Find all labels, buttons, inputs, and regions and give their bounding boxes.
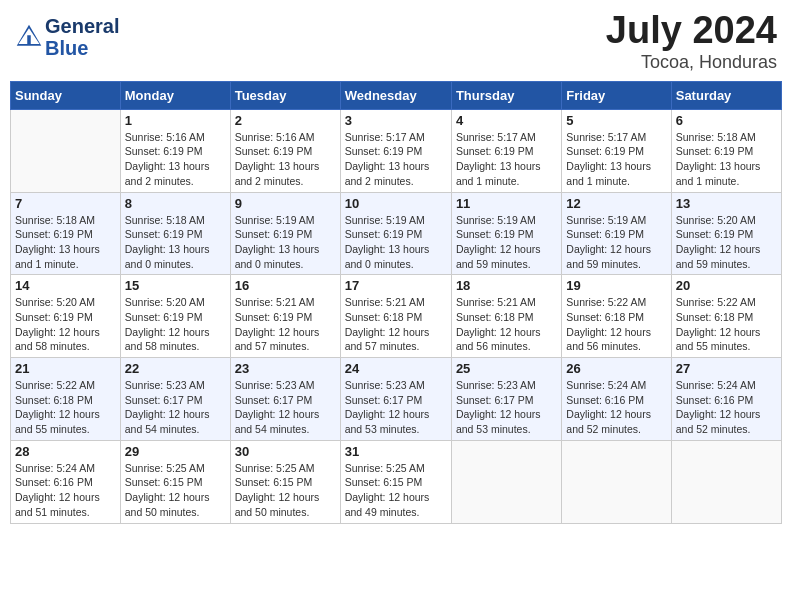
day-number: 15 <box>125 278 226 293</box>
calendar-cell: 8Sunrise: 5:18 AM Sunset: 6:19 PM Daylig… <box>120 192 230 275</box>
weekday-header: Saturday <box>671 81 781 109</box>
day-number: 10 <box>345 196 447 211</box>
day-info: Sunrise: 5:23 AM Sunset: 6:17 PM Dayligh… <box>456 378 557 437</box>
day-number: 22 <box>125 361 226 376</box>
day-info: Sunrise: 5:21 AM Sunset: 6:18 PM Dayligh… <box>345 295 447 354</box>
calendar-cell: 11Sunrise: 5:19 AM Sunset: 6:19 PM Dayli… <box>451 192 561 275</box>
calendar-week-row: 7Sunrise: 5:18 AM Sunset: 6:19 PM Daylig… <box>11 192 782 275</box>
day-number: 6 <box>676 113 777 128</box>
day-number: 13 <box>676 196 777 211</box>
day-info: Sunrise: 5:23 AM Sunset: 6:17 PM Dayligh… <box>125 378 226 437</box>
day-info: Sunrise: 5:17 AM Sunset: 6:19 PM Dayligh… <box>345 130 447 189</box>
calendar-cell: 18Sunrise: 5:21 AM Sunset: 6:18 PM Dayli… <box>451 275 561 358</box>
day-number: 3 <box>345 113 447 128</box>
calendar-cell: 31Sunrise: 5:25 AM Sunset: 6:15 PM Dayli… <box>340 440 451 523</box>
day-number: 8 <box>125 196 226 211</box>
calendar-week-row: 14Sunrise: 5:20 AM Sunset: 6:19 PM Dayli… <box>11 275 782 358</box>
day-number: 19 <box>566 278 666 293</box>
day-info: Sunrise: 5:18 AM Sunset: 6:19 PM Dayligh… <box>676 130 777 189</box>
day-number: 1 <box>125 113 226 128</box>
day-number: 29 <box>125 444 226 459</box>
calendar-cell <box>671 440 781 523</box>
calendar-cell: 9Sunrise: 5:19 AM Sunset: 6:19 PM Daylig… <box>230 192 340 275</box>
day-info: Sunrise: 5:20 AM Sunset: 6:19 PM Dayligh… <box>676 213 777 272</box>
weekday-header: Sunday <box>11 81 121 109</box>
calendar-cell: 16Sunrise: 5:21 AM Sunset: 6:19 PM Dayli… <box>230 275 340 358</box>
day-info: Sunrise: 5:23 AM Sunset: 6:17 PM Dayligh… <box>345 378 447 437</box>
day-info: Sunrise: 5:24 AM Sunset: 6:16 PM Dayligh… <box>566 378 666 437</box>
day-number: 5 <box>566 113 666 128</box>
day-info: Sunrise: 5:22 AM Sunset: 6:18 PM Dayligh… <box>15 378 116 437</box>
day-info: Sunrise: 5:20 AM Sunset: 6:19 PM Dayligh… <box>15 295 116 354</box>
weekday-header: Thursday <box>451 81 561 109</box>
day-info: Sunrise: 5:25 AM Sunset: 6:15 PM Dayligh… <box>345 461 447 520</box>
weekday-header-row: SundayMondayTuesdayWednesdayThursdayFrid… <box>11 81 782 109</box>
day-number: 31 <box>345 444 447 459</box>
day-info: Sunrise: 5:19 AM Sunset: 6:19 PM Dayligh… <box>566 213 666 272</box>
calendar-cell: 5Sunrise: 5:17 AM Sunset: 6:19 PM Daylig… <box>562 109 671 192</box>
day-number: 4 <box>456 113 557 128</box>
day-number: 24 <box>345 361 447 376</box>
day-info: Sunrise: 5:19 AM Sunset: 6:19 PM Dayligh… <box>235 213 336 272</box>
calendar-week-row: 21Sunrise: 5:22 AM Sunset: 6:18 PM Dayli… <box>11 358 782 441</box>
calendar-cell: 29Sunrise: 5:25 AM Sunset: 6:15 PM Dayli… <box>120 440 230 523</box>
day-number: 14 <box>15 278 116 293</box>
calendar-cell: 10Sunrise: 5:19 AM Sunset: 6:19 PM Dayli… <box>340 192 451 275</box>
day-info: Sunrise: 5:24 AM Sunset: 6:16 PM Dayligh… <box>676 378 777 437</box>
calendar-table: SundayMondayTuesdayWednesdayThursdayFrid… <box>10 81 782 524</box>
day-number: 2 <box>235 113 336 128</box>
day-number: 28 <box>15 444 116 459</box>
calendar-cell <box>562 440 671 523</box>
calendar-cell: 25Sunrise: 5:23 AM Sunset: 6:17 PM Dayli… <box>451 358 561 441</box>
calendar-cell: 21Sunrise: 5:22 AM Sunset: 6:18 PM Dayli… <box>11 358 121 441</box>
calendar-cell: 19Sunrise: 5:22 AM Sunset: 6:18 PM Dayli… <box>562 275 671 358</box>
calendar-cell <box>451 440 561 523</box>
day-info: Sunrise: 5:25 AM Sunset: 6:15 PM Dayligh… <box>125 461 226 520</box>
day-number: 30 <box>235 444 336 459</box>
weekday-header: Wednesday <box>340 81 451 109</box>
day-number: 27 <box>676 361 777 376</box>
day-info: Sunrise: 5:21 AM Sunset: 6:19 PM Dayligh… <box>235 295 336 354</box>
day-info: Sunrise: 5:17 AM Sunset: 6:19 PM Dayligh… <box>456 130 557 189</box>
day-number: 17 <box>345 278 447 293</box>
location-subtitle: Tocoa, Honduras <box>606 52 777 73</box>
logo-general: General <box>45 15 119 37</box>
calendar-cell: 24Sunrise: 5:23 AM Sunset: 6:17 PM Dayli… <box>340 358 451 441</box>
weekday-header: Friday <box>562 81 671 109</box>
weekday-header: Tuesday <box>230 81 340 109</box>
day-info: Sunrise: 5:18 AM Sunset: 6:19 PM Dayligh… <box>125 213 226 272</box>
day-info: Sunrise: 5:22 AM Sunset: 6:18 PM Dayligh… <box>676 295 777 354</box>
page-header: General Blue July 2024 Tocoa, Honduras <box>10 10 782 73</box>
day-info: Sunrise: 5:18 AM Sunset: 6:19 PM Dayligh… <box>15 213 116 272</box>
day-info: Sunrise: 5:16 AM Sunset: 6:19 PM Dayligh… <box>235 130 336 189</box>
calendar-cell: 7Sunrise: 5:18 AM Sunset: 6:19 PM Daylig… <box>11 192 121 275</box>
day-info: Sunrise: 5:19 AM Sunset: 6:19 PM Dayligh… <box>456 213 557 272</box>
day-number: 25 <box>456 361 557 376</box>
logo-blue: Blue <box>45 37 119 59</box>
calendar-cell: 14Sunrise: 5:20 AM Sunset: 6:19 PM Dayli… <box>11 275 121 358</box>
day-number: 7 <box>15 196 116 211</box>
day-info: Sunrise: 5:16 AM Sunset: 6:19 PM Dayligh… <box>125 130 226 189</box>
day-number: 23 <box>235 361 336 376</box>
calendar-week-row: 1Sunrise: 5:16 AM Sunset: 6:19 PM Daylig… <box>11 109 782 192</box>
day-info: Sunrise: 5:21 AM Sunset: 6:18 PM Dayligh… <box>456 295 557 354</box>
day-number: 11 <box>456 196 557 211</box>
day-info: Sunrise: 5:20 AM Sunset: 6:19 PM Dayligh… <box>125 295 226 354</box>
title-area: July 2024 Tocoa, Honduras <box>606 10 777 73</box>
calendar-week-row: 28Sunrise: 5:24 AM Sunset: 6:16 PM Dayli… <box>11 440 782 523</box>
day-info: Sunrise: 5:22 AM Sunset: 6:18 PM Dayligh… <box>566 295 666 354</box>
weekday-header: Monday <box>120 81 230 109</box>
calendar-cell: 6Sunrise: 5:18 AM Sunset: 6:19 PM Daylig… <box>671 109 781 192</box>
calendar-cell: 17Sunrise: 5:21 AM Sunset: 6:18 PM Dayli… <box>340 275 451 358</box>
calendar-cell: 30Sunrise: 5:25 AM Sunset: 6:15 PM Dayli… <box>230 440 340 523</box>
logo-icon <box>15 23 43 51</box>
calendar-cell: 13Sunrise: 5:20 AM Sunset: 6:19 PM Dayli… <box>671 192 781 275</box>
calendar-cell: 27Sunrise: 5:24 AM Sunset: 6:16 PM Dayli… <box>671 358 781 441</box>
day-number: 16 <box>235 278 336 293</box>
day-number: 21 <box>15 361 116 376</box>
calendar-cell: 2Sunrise: 5:16 AM Sunset: 6:19 PM Daylig… <box>230 109 340 192</box>
day-info: Sunrise: 5:17 AM Sunset: 6:19 PM Dayligh… <box>566 130 666 189</box>
day-info: Sunrise: 5:19 AM Sunset: 6:19 PM Dayligh… <box>345 213 447 272</box>
day-number: 9 <box>235 196 336 211</box>
month-year-title: July 2024 <box>606 10 777 52</box>
